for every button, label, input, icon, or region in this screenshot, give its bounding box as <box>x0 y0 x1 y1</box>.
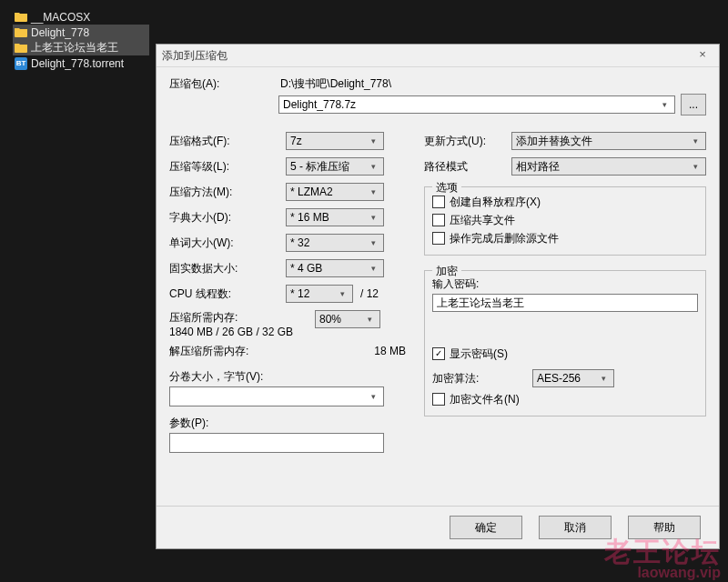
chevron-down-icon: ▾ <box>367 213 379 222</box>
split-label: 分卷大小，字节(V): <box>169 369 408 385</box>
dialog-titlebar: 添加到压缩包 × <box>157 45 719 67</box>
word-dropdown[interactable]: * 32▾ <box>286 234 384 252</box>
chevron-down-icon: ▾ <box>367 238 379 247</box>
options-fieldset: 选项 创建自释放程序(X) 压缩共享文件 操作完成后删除源文件 <box>424 186 706 256</box>
chevron-down-icon: ▾ <box>597 374 610 383</box>
archive-name-combo[interactable]: Delight_778.7z ▾ <box>278 95 675 114</box>
torrent-icon: BT <box>15 57 27 70</box>
chevron-down-icon: ▾ <box>367 392 379 401</box>
checkbox-icon <box>432 196 445 208</box>
tree-item-laowang[interactable]: 上老王论坛当老王 <box>13 40 149 55</box>
chevron-down-icon: ▾ <box>689 162 702 171</box>
archive-name-value: Delight_778.7z <box>283 98 356 111</box>
mem-pack-label: 压缩所需内存: <box>169 310 315 326</box>
method-dropdown[interactable]: * LZMA2▾ <box>286 183 384 201</box>
level-dropdown[interactable]: 5 - 标准压缩▾ <box>286 157 384 176</box>
enc-algo-label: 加密算法: <box>432 371 532 386</box>
folder-icon <box>15 11 27 24</box>
enc-algo-dropdown[interactable]: AES-256▾ <box>532 369 614 387</box>
encryption-fieldset: 加密 输入密码: 上老王论坛当老王 ✓ 显示密码(S) 加密算法: AES-25… <box>424 270 706 416</box>
threads-label: CPU 线程数: <box>169 286 286 302</box>
mem-unpack-label: 解压缩所需内存: <box>169 344 315 359</box>
chevron-down-icon: ▾ <box>367 264 379 273</box>
close-icon[interactable]: × <box>690 46 715 63</box>
show-password-checkbox[interactable]: ✓ 显示密码(S) <box>432 345 698 363</box>
mem-pack-detail: 1840 MB / 26 GB / 32 GB <box>169 326 315 338</box>
method-label: 压缩方法(M): <box>169 185 286 200</box>
chevron-down-icon: ▾ <box>363 315 376 324</box>
tree-item-label: 上老王论坛当老王 <box>31 40 118 55</box>
chevron-down-icon: ▾ <box>689 136 702 146</box>
mem-unpack-value: 18 MB <box>315 345 408 357</box>
cancel-button[interactable]: 取消 <box>539 516 612 539</box>
chevron-down-icon: ▾ <box>367 136 379 146</box>
dialog-title: 添加到压缩包 <box>162 48 228 64</box>
dialog-button-bar: 确定 取消 帮助 <box>157 506 719 548</box>
tree-item-label: __MACOSX <box>31 11 90 24</box>
tree-item-macosx[interactable]: __MACOSX <box>13 9 149 25</box>
options-legend: 选项 <box>432 180 461 196</box>
delete-after-checkbox[interactable]: 操作完成后删除源文件 <box>432 229 698 247</box>
params-input[interactable] <box>169 433 384 453</box>
encryption-legend: 加密 <box>432 264 461 279</box>
help-button[interactable]: 帮助 <box>628 516 701 539</box>
browse-button[interactable]: ... <box>681 94 706 115</box>
checkbox-icon: ✓ <box>432 347 445 360</box>
params-label: 参数(P): <box>169 416 408 431</box>
sfx-checkbox[interactable]: 创建自释放程序(X) <box>432 193 698 211</box>
chevron-down-icon: ▾ <box>336 289 349 298</box>
ok-button[interactable]: 确定 <box>450 516 522 539</box>
password-label: 输入密码: <box>432 276 698 292</box>
encrypt-names-checkbox[interactable]: 加密文件名(N) <box>432 390 698 408</box>
checkbox-icon <box>432 214 445 226</box>
threads-total: / 12 <box>360 287 379 300</box>
tree-item-label: Delight_778 <box>31 26 89 39</box>
dict-dropdown[interactable]: * 16 MB▾ <box>286 208 384 226</box>
add-to-archive-dialog: 添加到压缩包 × 压缩包(A): D:\搜书吧\Delight_778\ Del… <box>156 44 720 549</box>
tree-item-label: Delight_778.torrent <box>31 57 124 70</box>
solid-dropdown[interactable]: * 4 GB▾ <box>286 259 384 277</box>
format-label: 压缩格式(F): <box>169 134 286 149</box>
tree-item-delight778[interactable]: Delight_778 <box>13 25 149 40</box>
password-input[interactable]: 上老王论坛当老王 <box>432 294 698 312</box>
checkbox-icon <box>432 232 445 245</box>
path-mode-dropdown[interactable]: 相对路径▾ <box>511 157 706 176</box>
path-mode-label: 路径模式 <box>424 159 511 175</box>
dict-label: 字典大小(D): <box>169 210 286 226</box>
threads-dropdown[interactable]: * 12▾ <box>286 285 353 303</box>
folder-icon <box>15 42 27 55</box>
checkbox-icon <box>432 393 445 406</box>
solid-label: 固实数据大小: <box>169 261 286 276</box>
chevron-down-icon: ▾ <box>367 162 379 171</box>
folder-icon <box>15 26 27 39</box>
word-label: 单词大小(W): <box>169 236 286 251</box>
archive-label: 压缩包(A): <box>169 76 278 92</box>
chevron-down-icon: ▾ <box>367 187 379 196</box>
watermark-en: laowang.vip <box>604 566 721 580</box>
archive-path-crumb: D:\搜书吧\Delight_778\ <box>280 76 706 92</box>
tree-item-torrent[interactable]: BT Delight_778.torrent <box>13 55 149 71</box>
file-tree: __MACOSX Delight_778 上老王论坛当老王 BT Delight… <box>13 9 149 71</box>
update-mode-label: 更新方式(U): <box>424 134 511 149</box>
format-dropdown[interactable]: 7z▾ <box>286 132 384 150</box>
shared-checkbox[interactable]: 压缩共享文件 <box>432 211 698 229</box>
level-label: 压缩等级(L): <box>169 159 286 175</box>
update-mode-dropdown[interactable]: 添加并替换文件▾ <box>511 132 706 150</box>
split-size-combo[interactable]: ▾ <box>169 386 384 406</box>
mem-pack-pct-dropdown[interactable]: 80%▾ <box>315 310 380 328</box>
chevron-down-icon: ▾ <box>658 100 671 109</box>
